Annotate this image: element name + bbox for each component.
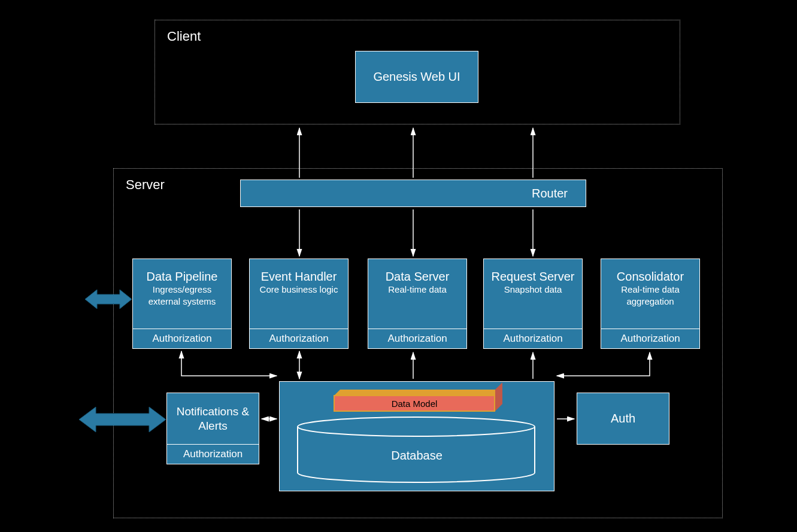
data-pipeline-box: Data Pipeline Ingress/egress external sy… <box>132 259 232 329</box>
genesis-web-ui-label: Genesis Web UI <box>373 70 460 84</box>
notifications-title: Notifications & Alerts <box>167 405 259 433</box>
auth-label: Auth <box>611 412 635 425</box>
notifications-box: Notifications & Alerts <box>166 393 259 445</box>
request-server-sub: Snapshot data <box>491 284 575 296</box>
event-handler-auth: Authorization <box>249 329 349 349</box>
genesis-web-ui-box: Genesis Web UI <box>355 51 478 103</box>
server-label: Server <box>126 177 165 193</box>
data-model-bar: Data Model <box>334 395 495 412</box>
data-server-auth: Authorization <box>368 329 467 349</box>
request-server-title: Request Server <box>492 270 575 284</box>
data-pipeline-sub: Ingress/egress external systems <box>140 284 224 307</box>
data-pipeline-title: Data Pipeline <box>147 270 218 284</box>
request-server-auth: Authorization <box>483 329 583 349</box>
data-model-label: Data Model <box>392 399 438 409</box>
svg-point-0 <box>298 417 535 436</box>
client-label: Client <box>167 29 201 44</box>
database-label: Database <box>279 449 554 463</box>
consolidator-title: Consolidator <box>617 270 684 284</box>
data-pipeline-auth: Authorization <box>132 329 232 349</box>
event-handler-title: Event Handler <box>261 270 337 284</box>
data-server-box: Data Server Real-time data <box>368 259 467 329</box>
data-server-title: Data Server <box>386 270 450 284</box>
event-handler-box: Event Handler Core business logic <box>249 259 349 329</box>
auth-box: Auth <box>577 393 669 445</box>
request-server-box: Request Server Snapshot data <box>483 259 583 329</box>
data-server-sub: Real-time data <box>375 284 459 296</box>
consolidator-box: Consolidator Real-time data aggregation <box>601 259 700 329</box>
consolidator-sub: Real-time data aggregation <box>608 284 692 307</box>
router-label: Router <box>532 187 568 200</box>
event-handler-sub: Core business logic <box>257 284 341 296</box>
router-box: Router <box>240 180 586 207</box>
notifications-auth: Authorization <box>166 444 259 464</box>
external-arrow-pipeline-icon <box>85 286 132 312</box>
consolidator-auth: Authorization <box>601 329 700 349</box>
external-arrow-notifications-icon <box>79 403 166 436</box>
